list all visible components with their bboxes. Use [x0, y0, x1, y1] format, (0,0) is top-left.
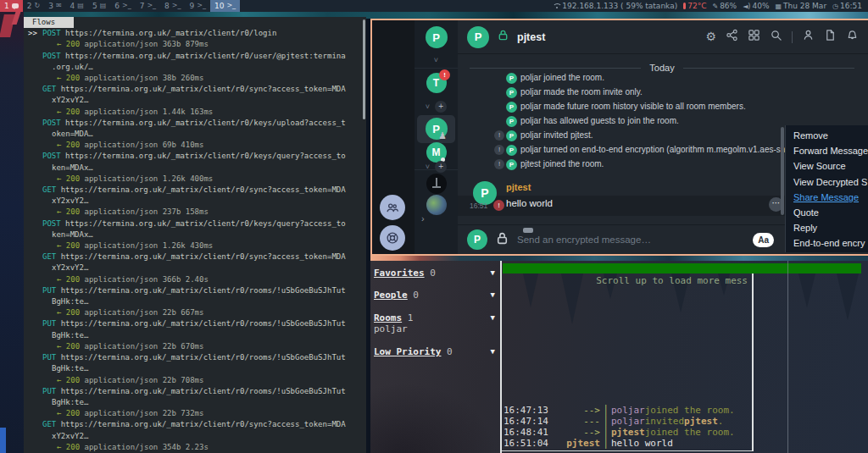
- buffer-group-rooms[interactable]: Rooms 1▼: [374, 312, 493, 323]
- help-button[interactable]: [380, 225, 405, 251]
- http-method: GET: [42, 420, 56, 428]
- timeline-scrollbar[interactable]: [781, 127, 784, 215]
- menu-item-forward-message[interactable]: Forward Message: [786, 143, 868, 158]
- input-drag-handle[interactable]: [523, 228, 533, 233]
- user-avatar[interactable]: P: [426, 26, 448, 48]
- weechat-terminal[interactable]: Favorites 0▼People 0▼Rooms 1▼poljarLow P…: [370, 261, 868, 453]
- workspace-number: 7: [140, 0, 145, 12]
- search-icon[interactable]: [770, 29, 782, 45]
- flow-row[interactable]: PUT https://termina.org.uk/_matrix/clien…: [28, 386, 366, 420]
- status-text: Thu 28 Mar: [783, 2, 826, 10]
- request-url: https://termina.org.uk/_matrix/client/r0…: [61, 387, 346, 395]
- add-room-button[interactable]: +: [435, 161, 447, 173]
- flows-tab[interactable]: Flows: [24, 17, 74, 28]
- people-button[interactable]: [380, 195, 405, 220]
- add-room-button[interactable]: +: [435, 101, 447, 113]
- workspace-1[interactable]: 1: [0, 0, 23, 12]
- response-line: ← 200 application/json 22b 667ms: [28, 307, 366, 318]
- event-text: poljar has allowed guests to join the ro…: [520, 116, 679, 125]
- workspace-4[interactable]: 4▤: [66, 0, 88, 12]
- pen-status: ✎86%: [712, 2, 737, 10]
- wifi-icon: [553, 3, 560, 9]
- buffer-item-poljar[interactable]: poljar: [374, 323, 408, 334]
- workspace-2[interactable]: 2↻: [23, 0, 44, 12]
- workspace-9[interactable]: 9>_: [186, 0, 210, 12]
- mitmproxy-terminal[interactable]: Flows >>POST https://termina.org.uk/_mat…: [24, 17, 366, 453]
- collapse-arrow-icon[interactable]: ▼: [491, 268, 495, 277]
- prefix-separator: │: [600, 438, 611, 449]
- room-avatar-image[interactable]: [426, 195, 447, 215]
- format-button[interactable]: Aa: [753, 233, 774, 247]
- workspace-3[interactable]: 3✉: [44, 0, 65, 12]
- room-avatar-image[interactable]: [426, 174, 447, 194]
- members-icon[interactable]: [802, 29, 815, 45]
- settings-icon[interactable]: ⚙: [705, 30, 716, 43]
- chat-segment: pjtest: [611, 427, 645, 438]
- status-code: 200: [66, 108, 80, 116]
- flow-row[interactable]: POST https://termina.org.uk/_matrix/clie…: [28, 51, 366, 85]
- http-method: POST: [42, 152, 61, 160]
- http-method: POST: [42, 119, 61, 127]
- menu-item-quote[interactable]: Quote: [786, 205, 868, 220]
- response-meta: application/json 237b 158ms: [80, 207, 209, 216]
- flow-row[interactable]: PUT https://termina.org.uk/_matrix/clien…: [28, 352, 366, 386]
- buffer-group-favorites[interactable]: Favorites 0▼: [374, 268, 493, 279]
- encryption-warning-icon: !: [494, 130, 504, 141]
- selection-marker: >>: [28, 28, 42, 39]
- chat-line: 16:47:14---│poljar invited pjtest.: [504, 416, 752, 427]
- menu-item-remove[interactable]: Remove: [786, 128, 868, 143]
- collapse-arrow-icon[interactable]: ▼: [491, 313, 495, 322]
- flow-row[interactable]: POST https://termina.org.uk/_matrix/clie…: [28, 218, 366, 252]
- files-icon[interactable]: [824, 29, 837, 45]
- message-input-placeholder[interactable]: Send an encrypted message…: [517, 235, 651, 245]
- flow-row[interactable]: PUT https://termina.org.uk/_matrix/clien…: [28, 285, 366, 319]
- flow-row[interactable]: GET https://termina.org.uk/_matrix/clien…: [28, 419, 366, 453]
- menu-item-end-to-end-encry[interactable]: End-to-end encry: [786, 235, 868, 251]
- workspace-5[interactable]: 5▤: [88, 0, 110, 12]
- menu-item-share-message[interactable]: Share Message: [786, 190, 868, 205]
- chevron-down-icon[interactable]: ˅: [434, 56, 438, 64]
- menu-item-view-decrypted-s[interactable]: View Decrypted S: [786, 174, 868, 190]
- flow-row[interactable]: >>POST https://termina.org.uk/_matrix/cl…: [28, 28, 366, 50]
- buffer-group-low-priority[interactable]: Low Priority 0▼: [374, 346, 493, 357]
- chat-segment: .: [718, 416, 724, 427]
- response-arrow-icon: ←: [57, 174, 66, 183]
- menu-item-reply[interactable]: Reply: [786, 220, 868, 235]
- workspace-6[interactable]: 6>_: [110, 0, 135, 12]
- response-arrow-icon: ←: [57, 74, 66, 82]
- flow-row[interactable]: GET https://termina.org.uk/_matrix/clien…: [28, 251, 366, 285]
- scrollbar-thumb[interactable]: [363, 19, 365, 119]
- flow-row[interactable]: POST https://termina.org.uk/_matrix/clie…: [28, 151, 366, 185]
- flow-row[interactable]: GET https://termina.org.uk/_matrix/clien…: [28, 84, 366, 118]
- room-avatar[interactable]: P: [467, 26, 489, 48]
- workspace-10[interactable]: 10>_: [210, 0, 240, 12]
- buffer-group-people[interactable]: People 0▼: [374, 290, 493, 301]
- chat-segment: poljar: [611, 405, 645, 416]
- status-code: 200: [66, 40, 80, 48]
- flow-row[interactable]: GET https://termina.org.uk/_matrix/clien…: [28, 185, 366, 218]
- menu-item-view-source[interactable]: View Source: [786, 158, 868, 174]
- pane-border-bottom: [502, 450, 752, 451]
- chevron-down-icon[interactable]: ˅: [426, 163, 430, 171]
- message-timestamp: 16:51: [470, 202, 487, 210]
- http-method: PUT: [42, 286, 56, 295]
- collapse-arrow-icon[interactable]: ▼: [491, 290, 495, 299]
- response-arrow-icon: ←: [57, 207, 66, 216]
- response-arrow-icon: ←: [57, 308, 66, 317]
- buffer-sidebar: Favorites 0▼People 0▼Rooms 1▼poljarLow P…: [370, 261, 500, 453]
- flow-row[interactable]: PUT https://termina.org.uk/_matrix/clien…: [28, 318, 366, 352]
- rooms-grid-icon[interactable]: [748, 29, 760, 45]
- thermometer-status: 72°C: [683, 2, 706, 10]
- http-method: PUT: [42, 353, 56, 362]
- share-icon[interactable]: [726, 29, 738, 45]
- event-text: poljar invited pjtest.: [520, 130, 593, 140]
- response-line: ← 200 application/json 69b 410ms: [28, 140, 366, 151]
- workspace-8[interactable]: 8>_: [160, 0, 185, 12]
- workspace-switcher: 12↻3✉4▤5▤6>_7>_8>_9>_10>_: [0, 0, 240, 12]
- collapse-arrow-icon[interactable]: ▼: [491, 347, 495, 356]
- chevron-down-icon[interactable]: ˅: [426, 102, 430, 111]
- chevron-right-icon[interactable]: ›: [421, 213, 425, 224]
- workspace-7[interactable]: 7>_: [136, 0, 160, 12]
- notifications-icon[interactable]: [846, 29, 859, 45]
- flow-row[interactable]: POST https://termina.org.uk/_matrix/clie…: [28, 118, 366, 152]
